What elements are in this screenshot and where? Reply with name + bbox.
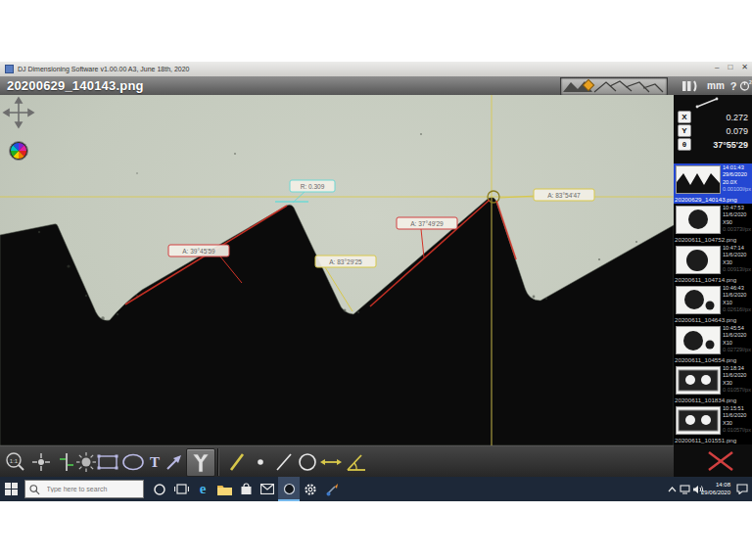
- yellow-line-icon: [226, 451, 248, 473]
- maximize-button[interactable]: □: [728, 63, 732, 71]
- pixel-scale: 0.00373l/px: [723, 226, 752, 233]
- distance-tool[interactable]: [319, 450, 343, 474]
- taskbar-clock[interactable]: 14:08 29/06/2020: [701, 481, 730, 496]
- file-explorer-button[interactable]: [213, 477, 235, 501]
- line-icon: [273, 451, 295, 473]
- angle-label-left[interactable]: A: 39°45'59: [168, 245, 229, 257]
- measure-line-icon: [695, 97, 721, 109]
- pixel-scale: 0.02616l/px: [723, 306, 752, 313]
- arrow-icon: [164, 451, 185, 473]
- capture-time: 10:15:51: [723, 405, 752, 412]
- task-view-icon: [174, 483, 189, 495]
- magnification: X10: [723, 300, 752, 306]
- color-wheel-icon[interactable]: [10, 142, 28, 161]
- delete-image-button[interactable]: [703, 449, 738, 473]
- angle-label-gullet2[interactable]: A: 83°54'47: [534, 189, 594, 201]
- angle-tool[interactable]: [345, 450, 368, 474]
- start-button[interactable]: [0, 477, 22, 501]
- screen: DJ Dimensioning Software v1.00.00 A3, Ju…: [0, 0, 752, 560]
- settings-button[interactable]: [300, 477, 321, 501]
- ellipse-marquee-icon: [121, 451, 145, 473]
- x-axis-button[interactable]: X: [678, 111, 691, 123]
- pan-arrows-icon[interactable]: [4, 98, 33, 127]
- search-icon: [28, 484, 42, 495]
- cortana-button[interactable]: [149, 477, 170, 501]
- rect-select-tool[interactable]: [96, 450, 119, 474]
- theta-readout-row: θ 37°55'29: [678, 138, 748, 151]
- dimensioning-app-icon: [283, 483, 296, 495]
- capture-date: 29/6/2020: [723, 171, 752, 178]
- thumbnail-item[interactable]: 10:46:43 11/6/2020 X10 0.02616l/px 20200…: [674, 284, 752, 324]
- camera-button[interactable]: [680, 76, 701, 95]
- yellow-line-tool[interactable]: [225, 450, 249, 474]
- angle-icon: [345, 451, 368, 473]
- ellipse-select-tool[interactable]: [121, 450, 145, 474]
- blade-profile-icon: [561, 78, 665, 93]
- point-tool[interactable]: [249, 450, 272, 474]
- y-axis-button[interactable]: Y: [678, 124, 691, 137]
- magnification: X90: [723, 219, 752, 226]
- dots-thumbnail: [676, 406, 721, 435]
- theta-value: 37°55'29: [691, 140, 748, 150]
- window-title: DJ Dimensioning Software v1.00.00 A3, Ju…: [18, 66, 190, 72]
- network-tray-button[interactable]: [678, 477, 691, 501]
- theta-axis-button[interactable]: θ: [678, 138, 691, 151]
- y-caliper-tool-selected[interactable]: [186, 448, 215, 477]
- svg-text:R: 0.309: R: 0.309: [301, 183, 325, 190]
- minimize-button[interactable]: –: [715, 63, 719, 71]
- close-button[interactable]: ✕: [741, 63, 748, 71]
- svg-text:1:1: 1:1: [10, 458, 19, 464]
- debris-speckles: [38, 133, 637, 320]
- measurement-canvas[interactable]: A: 39°45'59 A: 83°29'25 A: 37°49'29 A: 8…: [0, 95, 674, 445]
- target-point-tool[interactable]: [29, 450, 53, 474]
- current-image-filename: 20200629_140143.png: [7, 78, 144, 93]
- gear-icon: [304, 483, 317, 496]
- tray-expand-button[interactable]: [666, 477, 678, 501]
- thumbnail-item[interactable]: 10:15:51 11/6/2020 X30 0.01057l/px 20200…: [674, 404, 752, 444]
- thumbnail-item[interactable]: 10:47:14 11/6/2020 X30 0.00913l/px 20200…: [674, 244, 752, 284]
- store-bag-icon: [240, 483, 253, 495]
- magnification: X30: [723, 380, 752, 387]
- brightness-tool[interactable]: [74, 450, 98, 474]
- circle-icon: [297, 451, 318, 473]
- window-titlebar: DJ Dimensioning Software v1.00.00 A3, Ju…: [0, 62, 752, 77]
- mail-button[interactable]: [257, 477, 278, 501]
- pixel-scale: 0.00913l/px: [723, 266, 752, 273]
- angle-label-gullet1[interactable]: A: 83°29'25: [315, 256, 376, 267]
- task-view-button[interactable]: [170, 477, 192, 501]
- delete-x-icon: [703, 449, 738, 473]
- thumbnail-filename: 20200611_104752.png: [674, 234, 752, 244]
- capture-date: 11/6/2020: [723, 372, 752, 379]
- circle-tool[interactable]: [296, 450, 319, 474]
- capture-time: 10:18:34: [723, 365, 752, 372]
- text-tool-glyph: T: [150, 454, 160, 471]
- circle-thumbnail: [676, 246, 721, 274]
- image-sidebar: X 0.272 Y 0.079 θ 37°55'29 14:01:43 29/6…: [674, 95, 752, 477]
- angle-label-tooth[interactable]: A: 37°49'29: [397, 217, 457, 229]
- thumbnail-item[interactable]: 10:47:53 11/6/2020 X90 0.00373l/px 20200…: [674, 204, 752, 244]
- power-button[interactable]: 2: [738, 76, 752, 95]
- search-input[interactable]: [45, 485, 143, 493]
- magnification: 20.0X: [723, 179, 752, 186]
- dimensioning-app-button[interactable]: [278, 477, 300, 501]
- line-tool[interactable]: [272, 450, 296, 474]
- paint-app-button[interactable]: [321, 477, 343, 501]
- thumbnail-item[interactable]: 10:45:54 11/6/2020 X10 0.02729l/px 20200…: [674, 324, 752, 364]
- edge-button[interactable]: e: [192, 477, 213, 501]
- zoom-1to1-tool[interactable]: 1:1: [4, 450, 27, 474]
- circle-small-thumbnail: [676, 286, 721, 314]
- taskbar-search[interactable]: [24, 480, 144, 498]
- thumbnail-item[interactable]: 10:18:34 11/6/2020 X30 0.01057l/px 20200…: [674, 364, 752, 404]
- edge-icon: e: [200, 481, 207, 497]
- unit-toggle-button[interactable]: mm: [705, 76, 727, 95]
- radius-label[interactable]: R: 0.309: [290, 180, 335, 192]
- profile-preview[interactable]: [560, 77, 668, 96]
- x-value: 0.272: [691, 113, 748, 122]
- capture-time: 10:46:43: [723, 285, 752, 292]
- thumbnail-filename: 20200611_101834.png: [674, 395, 752, 404]
- thumbnail-item-selected[interactable]: 14:01:43 29/6/2020 20.0X 0.00100l/px 202…: [674, 163, 752, 204]
- arrow-tool[interactable]: [163, 450, 186, 474]
- store-button[interactable]: [235, 477, 257, 501]
- thumbnail-filename: 20200611_101551.png: [674, 435, 752, 444]
- action-center-button[interactable]: [734, 477, 750, 501]
